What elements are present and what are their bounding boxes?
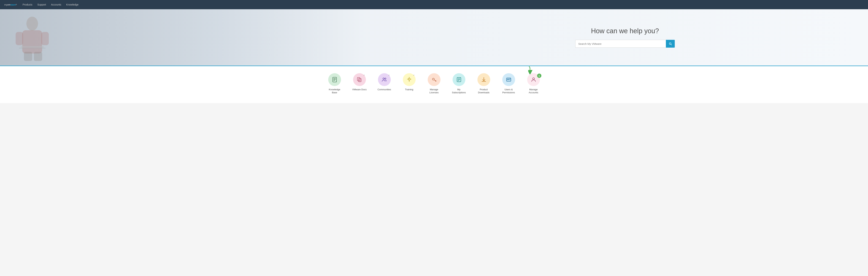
svg-rect-3 xyxy=(41,32,49,45)
nav-support[interactable]: Support xyxy=(37,3,46,6)
download-icon xyxy=(481,77,487,83)
manage-accounts-item[interactable]: 1 ManageAccounts xyxy=(525,73,542,94)
search-button[interactable] xyxy=(666,40,675,48)
search-icon xyxy=(669,42,672,45)
logo-vm: vm xyxy=(7,3,10,6)
svg-rect-13 xyxy=(359,79,361,82)
my-subscriptions-item[interactable]: MySubscriptions xyxy=(450,73,468,94)
knowledge-base-icon-circle xyxy=(328,73,341,86)
communities-icon-circle: ↗ xyxy=(378,73,391,86)
svg-rect-1 xyxy=(22,30,42,54)
svg-rect-2 xyxy=(16,32,23,45)
svg-point-14 xyxy=(383,78,384,80)
icons-grid: KnowledgeBase ↗ VMware Docs xyxy=(326,73,542,94)
training-icon-circle: ↗ xyxy=(403,73,415,86)
product-downloads-icon-circle xyxy=(477,73,490,86)
my-subscriptions-icon-circle xyxy=(453,73,465,86)
search-input[interactable] xyxy=(575,40,666,48)
logo-my: my xyxy=(4,3,7,6)
document-icon xyxy=(332,77,338,83)
knowledge-base-label: KnowledgeBase xyxy=(329,88,340,94)
manage-accounts-label: ManageAccounts xyxy=(529,88,538,94)
search-bar xyxy=(575,40,675,48)
hero-person-illustration xyxy=(11,13,60,64)
manage-licenses-item[interactable]: ManageLicenses xyxy=(425,73,443,94)
communities-icon xyxy=(381,76,388,83)
manage-licenses-label: ManageLicenses xyxy=(430,88,438,94)
logo-ware: ware xyxy=(10,3,16,6)
id-card-icon xyxy=(506,77,512,83)
svg-rect-4 xyxy=(24,52,32,61)
key-icon xyxy=(431,77,437,83)
external-badge: ↗ xyxy=(363,74,365,76)
vmware-docs-item[interactable]: ↗ VMware Docs xyxy=(351,73,368,91)
hero-section: How can we help you? xyxy=(0,9,868,66)
person-icon xyxy=(531,77,536,83)
communities-label: Communities xyxy=(378,88,391,91)
logo: my vmware® xyxy=(4,3,17,6)
communities-external-badge: ↗ xyxy=(388,74,390,76)
nav-accounts[interactable]: Accounts xyxy=(51,3,61,6)
manage-accounts-circle-wrapper: 1 xyxy=(527,73,540,88)
hero-image xyxy=(0,9,365,66)
training-external-badge: ↗ xyxy=(413,74,414,76)
product-downloads-item[interactable]: ProductDownloads xyxy=(475,73,493,94)
training-label: Training xyxy=(405,88,413,91)
svg-point-21 xyxy=(432,78,434,80)
knowledge-base-item[interactable]: KnowledgeBase xyxy=(326,73,343,94)
svg-rect-7 xyxy=(19,48,45,49)
svg-rect-8 xyxy=(333,77,336,82)
subscriptions-icon xyxy=(456,77,462,83)
vmware-docs-icon-circle: ↗ xyxy=(353,73,366,86)
notification-badge: 1 xyxy=(537,73,541,78)
nav-links: Products Support Accounts Knowledge xyxy=(23,3,79,6)
svg-line-24 xyxy=(436,81,436,82)
users-permissions-icon-circle xyxy=(502,73,515,86)
arrow-indicator xyxy=(528,66,537,74)
svg-point-0 xyxy=(27,17,38,31)
training-icon xyxy=(406,77,412,83)
users-permissions-item[interactable]: Users &Permissions xyxy=(500,73,518,94)
hero-content: How can we help you? xyxy=(382,27,868,48)
vmware-docs-label: VMware Docs xyxy=(352,88,367,91)
nav-products[interactable]: Products xyxy=(23,3,32,6)
my-subscriptions-label: MySubscriptions xyxy=(452,88,466,94)
svg-line-23 xyxy=(435,80,436,81)
navbar: my vmware® Products Support Accounts Kno… xyxy=(0,0,868,9)
svg-point-16 xyxy=(408,78,410,80)
hero-title: How can we help you? xyxy=(591,27,659,35)
communities-item[interactable]: ↗ Communities xyxy=(375,73,393,91)
svg-point-35 xyxy=(532,78,534,80)
svg-rect-6 xyxy=(21,46,44,48)
quick-links-section: KnowledgeBase ↗ VMware Docs xyxy=(0,66,868,103)
svg-point-15 xyxy=(385,78,386,79)
users-permissions-label: Users &Permissions xyxy=(502,88,515,94)
training-item[interactable]: ↗ Training xyxy=(400,73,418,91)
svg-point-31 xyxy=(507,79,508,80)
product-downloads-label: ProductDownloads xyxy=(478,88,489,94)
svg-rect-5 xyxy=(34,52,42,61)
nav-knowledge[interactable]: Knowledge xyxy=(66,3,79,6)
manage-licenses-icon-circle xyxy=(428,73,440,86)
docs-icon xyxy=(356,77,362,83)
logo-trademark: ® xyxy=(16,4,17,5)
